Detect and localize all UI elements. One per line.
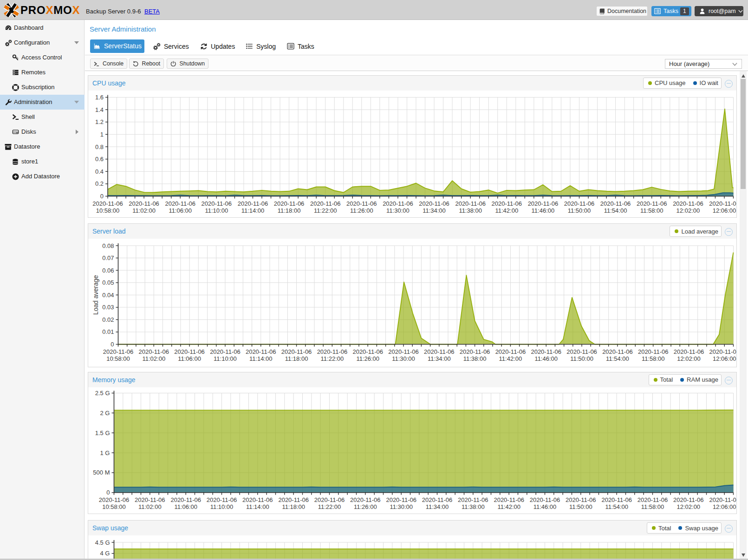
- svg-text:Load average: Load average: [92, 275, 99, 315]
- svg-text:0: 0: [106, 489, 110, 496]
- svg-text:11:22:00: 11:22:00: [318, 503, 341, 510]
- svg-text:2020-11-06: 2020-11-06: [210, 348, 241, 355]
- svg-text:11:54:00: 11:54:00: [604, 207, 627, 214]
- svg-text:2020-11-06: 2020-11-06: [600, 200, 631, 207]
- svg-text:0.03: 0.03: [102, 304, 114, 311]
- svg-text:2020-11-06: 2020-11-06: [422, 496, 453, 503]
- svg-text:11:14:00: 11:14:00: [249, 355, 273, 362]
- svg-text:11:46:00: 11:46:00: [533, 503, 557, 510]
- svg-text:11:34:00: 11:34:00: [423, 207, 446, 214]
- svg-text:2020-11-06: 2020-11-06: [494, 496, 524, 503]
- svg-text:12:02:00: 12:02:00: [676, 207, 700, 214]
- svg-text:4.5 G: 4.5 G: [95, 539, 110, 546]
- svg-text:11:02:00: 11:02:00: [142, 355, 165, 362]
- svg-text:2020-11-06: 2020-11-06: [346, 200, 377, 207]
- svg-text:11:06:00: 11:06:00: [174, 503, 197, 510]
- svg-text:11:30:00: 11:30:00: [386, 207, 410, 214]
- svg-text:1: 1: [100, 130, 104, 137]
- svg-text:11:18:00: 11:18:00: [282, 503, 305, 510]
- svg-text:2020-11-06: 2020-11-06: [99, 496, 130, 503]
- svg-text:0: 0: [100, 193, 104, 200]
- svg-text:2020-11-06: 2020-11-06: [673, 496, 704, 503]
- svg-text:0.01: 0.01: [102, 328, 114, 335]
- svg-text:12:02:00: 12:02:00: [676, 503, 700, 510]
- svg-text:0.4: 0.4: [95, 168, 104, 175]
- svg-text:10:58:00: 10:58:00: [106, 355, 130, 362]
- svg-text:2020-11-06: 2020-11-06: [673, 200, 703, 207]
- svg-text:0.8: 0.8: [95, 143, 104, 150]
- svg-text:10:58:00: 10:58:00: [96, 207, 120, 214]
- svg-text:12:06:00: 12:06:00: [713, 207, 736, 214]
- svg-text:500 M: 500 M: [93, 469, 110, 476]
- svg-text:2020-11-06: 2020-11-06: [174, 348, 205, 355]
- svg-text:2020-11-06: 2020-11-06: [564, 200, 595, 207]
- svg-text:1.6: 1.6: [95, 94, 104, 101]
- svg-text:11:50:00: 11:50:00: [569, 503, 592, 510]
- svg-text:11:38:00: 11:38:00: [462, 503, 485, 510]
- svg-text:10:58:00: 10:58:00: [102, 503, 126, 510]
- svg-text:11:42:00: 11:42:00: [497, 503, 520, 510]
- svg-text:2020-11-06: 2020-11-06: [207, 496, 237, 503]
- svg-text:2020-11-06: 2020-11-06: [281, 348, 312, 355]
- svg-text:2020-11-06: 2020-11-06: [139, 348, 169, 355]
- svg-text:2020-11-06: 2020-11-06: [278, 496, 309, 503]
- svg-text:11:54:00: 11:54:00: [605, 503, 628, 510]
- svg-text:0.6: 0.6: [95, 156, 104, 163]
- svg-text:2020-11-06: 2020-11-06: [709, 200, 736, 207]
- svg-text:11:14:00: 11:14:00: [246, 503, 269, 510]
- svg-text:11:02:00: 11:02:00: [138, 503, 162, 510]
- svg-text:4 G: 4 G: [100, 550, 110, 557]
- svg-text:2020-11-06: 2020-11-06: [638, 348, 669, 355]
- svg-text:2020-11-06: 2020-11-06: [528, 200, 559, 207]
- svg-text:2020-11-06: 2020-11-06: [310, 200, 341, 207]
- svg-text:11:26:00: 11:26:00: [354, 503, 377, 510]
- svg-text:11:58:00: 11:58:00: [642, 355, 665, 362]
- svg-text:11:10:00: 11:10:00: [210, 503, 234, 510]
- svg-text:2020-11-06: 2020-11-06: [242, 496, 273, 503]
- svg-text:2020-11-06: 2020-11-06: [709, 496, 736, 503]
- svg-text:12:02:00: 12:02:00: [677, 355, 701, 362]
- svg-text:2020-11-06: 2020-11-06: [637, 496, 668, 503]
- svg-text:2020-11-06: 2020-11-06: [238, 200, 268, 207]
- svg-text:11:14:00: 11:14:00: [241, 207, 265, 214]
- svg-text:2020-11-06: 2020-11-06: [458, 496, 488, 503]
- svg-text:11:06:00: 11:06:00: [178, 355, 201, 362]
- svg-text:0.06: 0.06: [102, 267, 114, 274]
- svg-text:2 G: 2 G: [100, 409, 110, 416]
- svg-text:2020-11-06: 2020-11-06: [246, 348, 276, 355]
- svg-text:12:06:00: 12:06:00: [713, 355, 736, 362]
- svg-text:2020-11-06: 2020-11-06: [495, 348, 526, 355]
- svg-text:0.05: 0.05: [102, 279, 114, 286]
- svg-text:12:06:00: 12:06:00: [713, 503, 736, 510]
- svg-text:11:18:00: 11:18:00: [278, 207, 301, 214]
- svg-text:11:58:00: 11:58:00: [641, 503, 664, 510]
- svg-text:11:50:00: 11:50:00: [568, 207, 591, 214]
- svg-text:11:06:00: 11:06:00: [169, 207, 192, 214]
- svg-text:1 G: 1 G: [100, 449, 110, 456]
- svg-text:0.04: 0.04: [102, 292, 114, 299]
- svg-text:11:42:00: 11:42:00: [495, 207, 518, 214]
- svg-text:2020-11-06: 2020-11-06: [135, 496, 165, 503]
- svg-text:0.07: 0.07: [102, 254, 114, 261]
- svg-text:2020-11-06: 2020-11-06: [460, 348, 490, 355]
- svg-text:2020-11-06: 2020-11-06: [531, 348, 561, 355]
- svg-text:2020-11-06: 2020-11-06: [103, 348, 134, 355]
- svg-text:2020-11-06: 2020-11-06: [274, 200, 305, 207]
- svg-text:2020-11-06: 2020-11-06: [492, 200, 522, 207]
- svg-text:2020-11-06: 2020-11-06: [637, 200, 667, 207]
- svg-text:11:22:00: 11:22:00: [321, 355, 344, 362]
- svg-text:11:54:00: 11:54:00: [606, 355, 629, 362]
- svg-text:0.08: 0.08: [102, 242, 114, 249]
- svg-text:2020-11-06: 2020-11-06: [455, 200, 486, 207]
- svg-text:2020-11-06: 2020-11-06: [317, 348, 348, 355]
- svg-text:11:46:00: 11:46:00: [534, 355, 558, 362]
- svg-text:11:38:00: 11:38:00: [463, 355, 487, 362]
- svg-text:2020-11-06: 2020-11-06: [314, 496, 345, 503]
- svg-text:2020-11-06: 2020-11-06: [352, 348, 383, 355]
- svg-text:11:10:00: 11:10:00: [205, 207, 228, 214]
- svg-text:2020-11-06: 2020-11-06: [566, 496, 596, 503]
- svg-text:11:02:00: 11:02:00: [132, 207, 156, 214]
- svg-text:2020-11-06: 2020-11-06: [92, 200, 123, 207]
- svg-text:2020-11-06: 2020-11-06: [386, 496, 416, 503]
- svg-text:2.5 G: 2.5 G: [95, 390, 110, 397]
